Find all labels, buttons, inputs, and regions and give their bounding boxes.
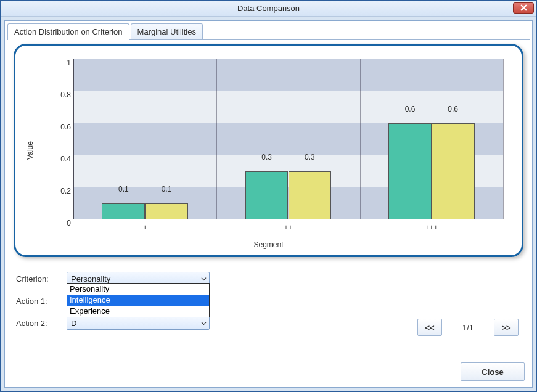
criterion-label: Criterion:: [16, 274, 67, 284]
chart-ytick: 0.8: [52, 91, 71, 99]
chart-bar-label: 0.1: [118, 185, 129, 194]
close-button[interactable]: Close: [461, 362, 525, 381]
chart-bar-label: 0.3: [305, 153, 315, 161]
close-button-label: Close: [482, 367, 503, 377]
tab-action-distribution[interactable]: Action Distribution on Criterion: [7, 23, 129, 40]
chart-bar: [245, 171, 289, 219]
pager-prev-button[interactable]: <<: [417, 319, 442, 336]
chart-xticks: ++++++: [73, 222, 503, 233]
chart-ytick: 0.2: [52, 187, 71, 195]
chart-bar-label: 0.3: [261, 153, 272, 161]
chart-ytick: 0.4: [52, 155, 71, 163]
action2-selected-value: D: [71, 319, 76, 328]
window-title: Data Comparison: [237, 4, 300, 13]
chart-bar: [145, 203, 188, 219]
chart-gridband: [73, 59, 503, 91]
chart-bar-label: 0.6: [405, 105, 416, 113]
chart-ytick: 0.6: [52, 123, 71, 131]
pager-page-text: 1/1: [453, 323, 483, 332]
criterion-option[interactable]: Experience: [67, 306, 209, 317]
criterion-dropdown[interactable]: PersonalityIntelligenceExperience: [67, 283, 210, 317]
tab-label: Marginal Utilities: [137, 27, 196, 36]
criterion-option[interactable]: Intelligence: [67, 295, 209, 306]
chart-bar: [388, 123, 432, 219]
chart-frame: Value Segment 00.20.40.60.81 ++++++ 0.10…: [14, 44, 523, 257]
chart-xtick: ++: [284, 223, 292, 232]
chart-vgridline: [503, 59, 504, 219]
dialog-window: Data Comparison Action Distribution on C…: [0, 0, 537, 392]
pager: << 1/1 >>: [417, 319, 519, 336]
tab-label: Action Distribution on Criterion: [14, 27, 123, 36]
close-icon: [520, 4, 527, 13]
chart-y-axis: [73, 59, 74, 219]
pager-next-button[interactable]: >>: [494, 319, 519, 336]
dialog-footer: Close: [461, 362, 525, 381]
chart-ytick: 0: [52, 219, 71, 227]
chart-xlabel: Segment: [253, 240, 283, 249]
chart-xtick: +: [143, 223, 147, 232]
chart-bar-label: 0.1: [162, 185, 172, 194]
chart-ylabel: Value: [26, 141, 35, 160]
tab-marginal-utilities[interactable]: Marginal Utilities: [131, 23, 203, 40]
action1-label: Action 1:: [16, 296, 67, 306]
chart-bar: [432, 123, 475, 219]
pager-prev-label: <<: [425, 323, 434, 332]
chart-bar: [289, 171, 332, 219]
chart-xtick: +++: [425, 223, 438, 232]
chart-yticks: 00.20.40.60.81: [52, 59, 71, 219]
window-close-button[interactable]: [513, 2, 534, 14]
tabstrip: Action Distribution on Criterion Margina…: [7, 23, 532, 40]
controls-panel: Criterion: Personality PersonalityIntell…: [16, 269, 521, 343]
action2-label: Action 2:: [16, 319, 67, 328]
chart-ytick: 1: [52, 59, 71, 67]
chart-inner: Value Segment 00.20.40.60.81 ++++++ 0.10…: [22, 52, 515, 249]
client-area: Action Distribution on Criterion Margina…: [4, 20, 533, 388]
criterion-option[interactable]: Personality: [67, 284, 209, 295]
titlebar: Data Comparison: [1, 1, 536, 17]
chart-vgridline: [216, 59, 217, 219]
chart-bar-label: 0.6: [448, 105, 458, 113]
criterion-selected-value: Personality: [71, 274, 110, 284]
action2-combobox[interactable]: D: [67, 316, 210, 330]
chart-bar: [102, 203, 145, 219]
pager-next-label: >>: [501, 323, 510, 332]
chart-vgridline: [360, 59, 361, 219]
chevron-down-icon: [201, 274, 207, 284]
chart-gridband: [73, 91, 503, 123]
chevron-down-icon: [201, 319, 207, 328]
tab-panel: Value Segment 00.20.40.60.81 ++++++ 0.10…: [7, 40, 530, 343]
